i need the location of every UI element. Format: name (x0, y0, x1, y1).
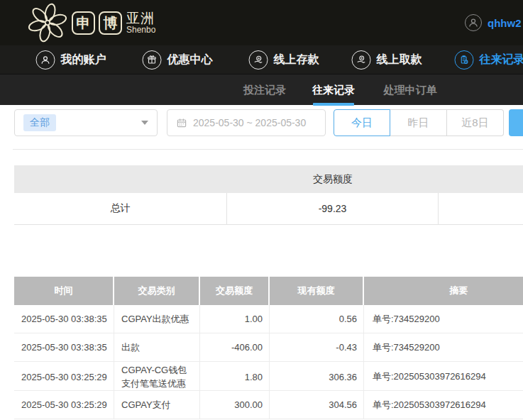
summary-total-row: 总计 -99.23 (14, 193, 523, 225)
tab-label: 投注记录 (243, 84, 286, 97)
logo-char-box: 申 (72, 11, 95, 35)
summary-table-header: 交易额度 (14, 165, 523, 193)
tab-label: 处理中订单 (384, 84, 437, 97)
summary-total-value: -99.23 (227, 193, 439, 224)
logo-char-1: 申 (77, 13, 91, 33)
person-icon (36, 50, 55, 70)
cell-summary: 单号:734529200 (364, 305, 523, 333)
cell-summary: 单号:202505303972616294 (364, 391, 523, 419)
cell-category: CGPAY支付 (114, 391, 200, 419)
cell-balance: 0.56 (270, 305, 364, 333)
nav-item-withdraw[interactable]: 线上取款 (352, 45, 422, 74)
date-range-input[interactable]: 2025-05-30 ~ 2025-05-30 (167, 109, 326, 136)
logo-sub-text: Shenbo (126, 26, 155, 35)
selected-category-chip: 全部 (23, 114, 56, 131)
nav-item-records[interactable]: 往来记录 (455, 45, 523, 74)
summary-header-spacer (439, 165, 523, 193)
active-tab-underline (313, 103, 354, 106)
main-nav: 我的账户 优惠中心 线上存款 (0, 45, 523, 74)
nav-item-my-account[interactable]: 我的账户 (36, 45, 106, 74)
top-header: 申 博 亚洲 Shenbo qhhw2 (0, 0, 523, 45)
quick-date-button-group: 今日 昨日 近8日 (334, 109, 504, 136)
cell-summary: 单号:202505303972616294 (364, 362, 523, 392)
cell-amount: 300.00 (200, 391, 270, 419)
tab-betting-records[interactable]: 投注记录 (243, 74, 286, 106)
tab-bar: 投注记录 往来记录 处理中订单 (0, 74, 523, 105)
col-header-amount: 交易额度 (200, 277, 270, 305)
yesterday-button[interactable]: 昨日 (390, 109, 447, 136)
cell-time: 2025-05-30 03:25:29 (14, 391, 114, 419)
logo-wordmark: 亚洲 Shenbo (126, 11, 155, 35)
brand-logo[interactable]: 申 博 亚洲 Shenbo (27, 3, 155, 43)
table-row: 2025-05-30 03:38:35 出款 -406.00 -0.43 单号:… (14, 333, 523, 362)
gift-icon (143, 50, 162, 70)
table-row: 2025-05-30 03:38:35 CGPAY出款优惠 1.00 0.56 … (14, 305, 523, 333)
transactions-table: 时间 交易类别 交易额度 现有额度 摘要 2025-05-30 03:38:35… (14, 277, 523, 419)
username-link[interactable]: qhhw2 (488, 17, 522, 29)
col-header-summary: 摘要 (364, 277, 523, 305)
cell-time: 2025-05-30 03:38:35 (14, 305, 114, 333)
cell-balance: 304.56 (270, 391, 364, 419)
search-button[interactable] (509, 109, 523, 136)
summary-total-label: 总计 (14, 193, 227, 224)
avatar-icon[interactable] (465, 14, 482, 31)
deposit-icon (249, 50, 268, 70)
nav-item-deposit[interactable]: 线上存款 (249, 45, 319, 74)
nav-label: 优惠中心 (167, 52, 213, 67)
tab-pending-orders[interactable]: 处理中订单 (384, 74, 437, 106)
table-row: 2025-05-30 03:25:29 CGPAY-CG钱包支付笔笔送优惠 1.… (14, 362, 523, 391)
nav-item-promotions[interactable]: 优惠中心 (143, 45, 213, 74)
nav-label: 线上存款 (274, 52, 319, 67)
records-icon (455, 50, 474, 70)
today-button[interactable]: 今日 (334, 109, 390, 136)
cell-time: 2025-05-30 03:38:35 (14, 333, 114, 361)
withdraw-icon (352, 50, 371, 70)
nav-label: 往来记录 (480, 52, 523, 67)
col-header-category: 交易类别 (114, 277, 200, 305)
cell-time: 2025-05-30 03:25:29 (14, 362, 114, 392)
cell-category: CGPAY出款优惠 (114, 305, 200, 333)
category-select[interactable]: 全部 (14, 109, 158, 136)
logo-region-text: 亚洲 (126, 11, 155, 26)
summary-header-label: 交易额度 (227, 165, 439, 193)
chevron-down-icon (141, 121, 148, 125)
page: 申 博 亚洲 Shenbo qhhw2 我的账户 (0, 0, 523, 420)
section-divider (13, 149, 523, 150)
calendar-icon (176, 117, 187, 128)
col-header-time: 时间 (14, 277, 114, 305)
flower-icon (27, 3, 68, 43)
table-row: 2025-05-30 03:25:29 CGPAY支付 300.00 304.5… (14, 391, 523, 419)
summary-table: 交易额度 总计 -99.23 (14, 165, 523, 225)
transactions-table-header: 时间 交易类别 交易额度 现有额度 摘要 (14, 277, 523, 305)
cell-balance: 306.36 (270, 362, 364, 392)
summary-header-spacer (14, 165, 227, 193)
cell-balance: -0.43 (270, 333, 364, 361)
cell-category: CGPAY-CG钱包支付笔笔送优惠 (114, 362, 200, 392)
cell-amount: 1.80 (200, 362, 270, 392)
cell-summary: 单号:734529200 (364, 333, 523, 361)
cell-category: 出款 (114, 333, 200, 361)
tab-label: 往来记录 (312, 84, 355, 97)
cell-amount: -406.00 (200, 333, 270, 361)
cell-amount: 1.00 (200, 305, 270, 333)
user-box: qhhw2 (465, 0, 522, 45)
nav-label: 线上取款 (377, 52, 422, 67)
logo-char-2: 博 (104, 13, 118, 33)
col-header-balance: 现有额度 (270, 277, 364, 305)
logo-char-box: 博 (99, 11, 122, 35)
date-range-value: 2025-05-30 ~ 2025-05-30 (193, 117, 306, 128)
tab-transaction-records[interactable]: 往来记录 (312, 74, 355, 106)
nav-label: 我的账户 (61, 52, 106, 67)
summary-empty-cell (439, 193, 523, 224)
last-8-days-button[interactable]: 近8日 (447, 109, 504, 136)
